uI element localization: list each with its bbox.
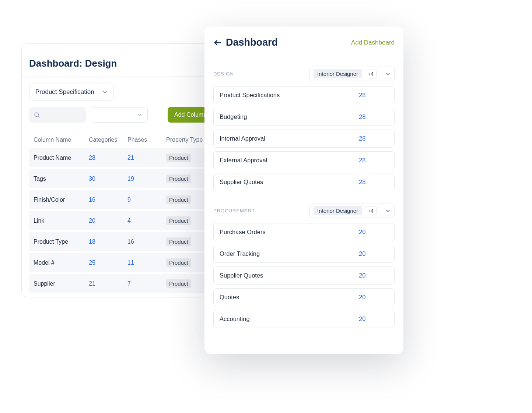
chevron-down-icon [102,89,108,95]
panel-header: Dashboard Add Dashboard [213,37,395,48]
cell-type-tag: Product [166,258,191,267]
search-icon [34,112,40,118]
cell-type-tag: Product [166,153,191,162]
list-item-count: 28 [359,179,388,186]
list-item-count: 20 [359,272,388,279]
th-phases: Phases [127,137,166,143]
chevron-down-icon [137,112,142,117]
list-item-label: Supplier Quotes [220,179,359,186]
role-chip: Interior Designer [314,69,362,78]
role-more-chip: +4 [365,70,377,78]
list-item[interactable]: External Approval 28 [213,151,395,169]
cell-phases[interactable]: 4 [127,218,166,224]
cell-type-tag: Product [166,279,191,288]
section-header: DESIGN Interior Designer +4 [213,67,395,81]
list-item[interactable]: Purchase Orders 20 [213,223,395,241]
list-item-count: 28 [359,157,388,164]
list-item[interactable]: Internal Approval 28 [213,130,395,148]
cell-name: Product Name [34,155,89,161]
list-item-count: 20 [359,229,388,236]
list-item-label: Purchase Orders [220,229,359,236]
cell-categories[interactable]: 16 [89,197,127,203]
list-item-count: 28 [359,135,388,142]
list-item-count: 28 [359,92,388,99]
back-button[interactable] [213,38,222,47]
th-column-name: Column Name [34,137,89,143]
list-item-count: 28 [359,113,388,120]
role-filter-select[interactable]: Interior Designer +4 [309,67,395,81]
role-more-chip: +4 [365,206,377,215]
page-title: Dashboard: Design [29,58,117,69]
svg-point-1 [35,113,39,117]
cell-name: Product Type [34,239,89,245]
chevron-down-icon [385,71,391,77]
list-item-label: External Approval [220,157,359,164]
panel-title: Dashboard [226,37,278,48]
list-item[interactable]: Supplier Quotes 28 [213,173,395,191]
list-item[interactable]: Quotes 20 [213,288,395,306]
cell-name: Finish/Color [34,197,89,203]
cell-categories[interactable]: 30 [89,176,127,182]
search-input[interactable] [29,107,86,123]
list-item-count: 20 [359,315,388,322]
list-item[interactable]: Order Tracking 20 [213,245,395,263]
section-procurement: PROCUREMENT Interior Designer +4 Purchas… [213,204,395,328]
cell-type-tag: Product [166,195,191,204]
list-item-label: Quotes [220,294,359,301]
cell-categories[interactable]: 18 [89,239,127,245]
list-item[interactable]: Supplier Quotes 20 [213,266,395,285]
dashboard-panel: Dashboard Add Dashboard DESIGN Interior … [204,27,403,354]
list-item[interactable]: Product Specifications 28 [213,86,395,104]
cell-type-tag: Product [166,237,191,246]
list-item[interactable]: Accounting 20 [213,310,395,328]
section-label: DESIGN [213,71,234,77]
cell-type-tag: Product [166,174,191,183]
cell-phases[interactable]: 21 [127,155,166,161]
arrow-left-icon [213,38,222,47]
chevron-down-icon [385,208,391,213]
cell-name: Supplier [34,280,89,287]
cell-name: Tags [34,176,89,182]
list-item[interactable]: Budgeting 28 [213,108,395,126]
cell-name: Link [34,218,89,224]
svg-line-2 [38,116,39,117]
list-item-label: Product Specifications [220,92,359,99]
spec-dropdown-label: Product Specification [35,88,94,96]
th-categories: Categories [89,137,127,143]
cell-phases[interactable]: 9 [127,197,166,203]
list-item-label: Accounting [220,315,359,322]
list-item-label: Order Tracking [220,250,359,257]
cell-type-tag: Product [166,216,191,225]
list-item-label: Supplier Quotes [220,272,359,279]
cell-categories[interactable]: 20 [89,218,127,224]
list-item-count: 20 [359,294,388,301]
spec-dropdown[interactable]: Product Specification [29,84,114,100]
cell-phases[interactable]: 11 [127,260,166,266]
panel-title-wrap: Dashboard [213,37,278,48]
filter-select[interactable] [91,107,148,123]
cell-phases[interactable]: 19 [127,176,166,182]
cell-phases[interactable]: 7 [127,280,166,287]
role-filter-select[interactable]: Interior Designer +4 [309,204,395,218]
cell-categories[interactable]: 25 [89,260,127,266]
list-item-label: Budgeting [220,113,359,120]
cell-name: Model # [34,260,89,266]
cell-phases[interactable]: 16 [127,239,166,245]
role-chip: Interior Designer [314,206,362,215]
cell-categories[interactable]: 28 [89,155,127,161]
list-item-label: Internal Approval [220,135,359,142]
list-item-count: 20 [359,250,388,257]
cell-categories[interactable]: 21 [89,280,127,287]
section-label: PROCUREMENT [213,208,255,213]
section-design: DESIGN Interior Designer +4 Product Spec… [213,67,395,191]
section-header: PROCUREMENT Interior Designer +4 [213,204,395,218]
add-dashboard-link[interactable]: Add Dashboard [351,39,395,46]
